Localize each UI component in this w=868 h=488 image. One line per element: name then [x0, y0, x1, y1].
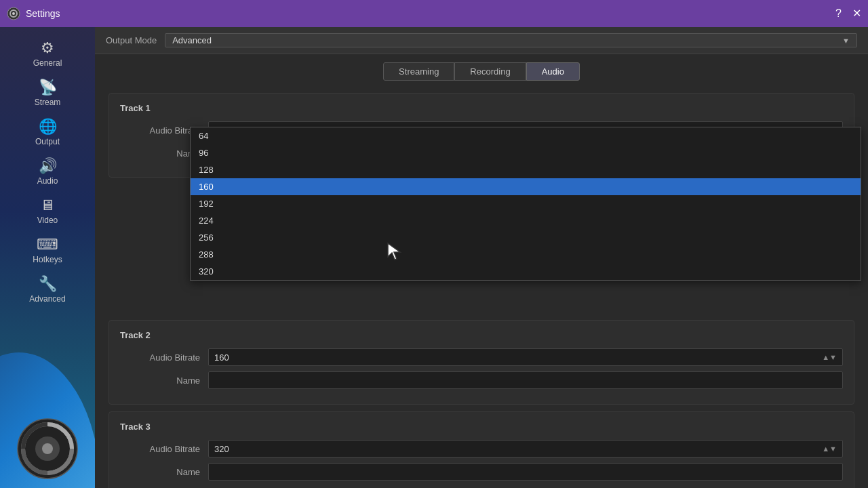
track-2-bitrate-row: Audio Bitrate 160 ▲▼: [120, 348, 843, 366]
track-3-bitrate-dropdown[interactable]: 320 ▲▼: [208, 440, 843, 458]
obs-logo: [17, 418, 78, 481]
general-icon: ⚙: [41, 39, 54, 57]
hotkeys-icon: ⌨: [37, 236, 58, 253]
dropdown-option-192[interactable]: 192: [191, 195, 861, 212]
title-bar-title: Settings: [26, 8, 60, 19]
track-2-bitrate-value: 160: [214, 352, 229, 363]
content-area: Output Mode Advanced ▼ Streaming Recordi…: [95, 27, 868, 488]
sidebar: ⚙ General 📡 Stream 🌐 Output 🔊 Audio 🖥 Vi…: [0, 27, 95, 488]
output-mode-bar: Output Mode Advanced ▼: [95, 27, 868, 54]
output-mode-arrow-icon: ▼: [842, 37, 850, 45]
track-2-section: Track 2 Audio Bitrate 160 ▲▼ Name: [108, 320, 854, 405]
tab-bar: Streaming Recording Audio: [95, 54, 868, 86]
track-3-bitrate-value: 320: [214, 444, 229, 454]
sidebar-label-stream: Stream: [35, 98, 61, 107]
dropdown-option-128[interactable]: 128: [191, 161, 861, 178]
sidebar-item-hotkeys[interactable]: ⌨ Hotkeys: [0, 230, 95, 270]
sidebar-item-advanced[interactable]: 🔧 Advanced: [0, 270, 95, 309]
tab-audio[interactable]: Audio: [526, 62, 580, 81]
sidebar-label-advanced: Advanced: [29, 294, 65, 304]
track-3-bitrate-row: Audio Bitrate 320 ▲▼: [120, 440, 843, 458]
track-2-name-input[interactable]: [208, 371, 843, 389]
sidebar-label-general: General: [33, 58, 62, 68]
track-3-name-input[interactable]: [208, 463, 843, 481]
title-bar-controls: ? ✕: [835, 8, 861, 19]
advanced-icon: 🔧: [39, 275, 57, 293]
sidebar-label-video: Video: [37, 216, 58, 225]
dropdown-option-288[interactable]: 288: [191, 246, 861, 263]
track-2-name-row: Name: [120, 371, 843, 389]
sidebar-item-output[interactable]: 🌐 Output: [0, 113, 95, 152]
track-3-name-label: Name: [120, 467, 208, 477]
sidebar-item-video[interactable]: 🖥 Video: [0, 191, 95, 230]
video-icon: 🖥: [40, 197, 55, 214]
tab-recording[interactable]: Recording: [454, 62, 526, 81]
dropdown-option-96[interactable]: 96: [191, 144, 861, 161]
tab-streaming[interactable]: Streaming: [383, 62, 454, 81]
sidebar-label-output: Output: [35, 137, 60, 146]
dropdown-option-224[interactable]: 224: [191, 212, 861, 229]
output-mode-label: Output Mode: [106, 35, 157, 45]
track-2-bitrate-arrow-icon: ▲▼: [822, 353, 837, 361]
track-2-title: Track 2: [120, 330, 843, 340]
tracks-area[interactable]: Track 1 Audio Bitrate 160 ▲▼ Name: [95, 86, 868, 488]
sidebar-item-general[interactable]: ⚙ General: [0, 34, 95, 73]
dropdown-option-64[interactable]: 64: [191, 127, 861, 144]
sidebar-label-audio: Audio: [37, 176, 58, 186]
track-3-section: Track 3 Audio Bitrate 320 ▲▼ Name: [108, 411, 854, 488]
output-icon: 🌐: [39, 118, 57, 136]
track-2-bitrate-label: Audio Bitrate: [120, 352, 208, 363]
main-layout: ⚙ General 📡 Stream 🌐 Output 🔊 Audio 🖥 Vi…: [0, 27, 868, 488]
title-bar-left: Settings: [7, 7, 60, 20]
track-1-title: Track 1: [120, 103, 843, 113]
sidebar-item-audio[interactable]: 🔊 Audio: [0, 152, 95, 191]
sidebar-label-hotkeys: Hotkeys: [33, 255, 62, 264]
output-mode-value-text: Advanced: [172, 35, 212, 45]
stream-icon: 📡: [39, 79, 57, 96]
dropdown-option-320[interactable]: 320: [191, 263, 861, 280]
track-3-title: Track 3: [120, 422, 843, 432]
svg-point-2: [12, 12, 15, 15]
svg-point-6: [42, 443, 53, 454]
sidebar-item-stream[interactable]: 📡 Stream: [0, 73, 95, 113]
dropdown-option-160[interactable]: 160: [191, 178, 861, 195]
output-mode-dropdown[interactable]: Advanced ▼: [165, 33, 857, 47]
audio-bitrate-dropdown[interactable]: 64 96 128 160 192 224 256 288 320: [190, 127, 861, 281]
close-button[interactable]: ✕: [852, 8, 861, 19]
obs-icon: [7, 7, 20, 20]
track-2-name-label: Name: [120, 375, 208, 386]
title-bar: Settings ? ✕: [0, 0, 868, 27]
track-3-name-row: Name: [120, 463, 843, 481]
track-3-bitrate-arrow-icon: ▲▼: [822, 445, 837, 453]
help-button[interactable]: ?: [835, 8, 842, 19]
track-2-bitrate-dropdown[interactable]: 160 ▲▼: [208, 348, 843, 366]
audio-icon: 🔊: [39, 157, 57, 175]
track-3-bitrate-label: Audio Bitrate: [120, 444, 208, 454]
dropdown-option-256[interactable]: 256: [191, 229, 861, 246]
